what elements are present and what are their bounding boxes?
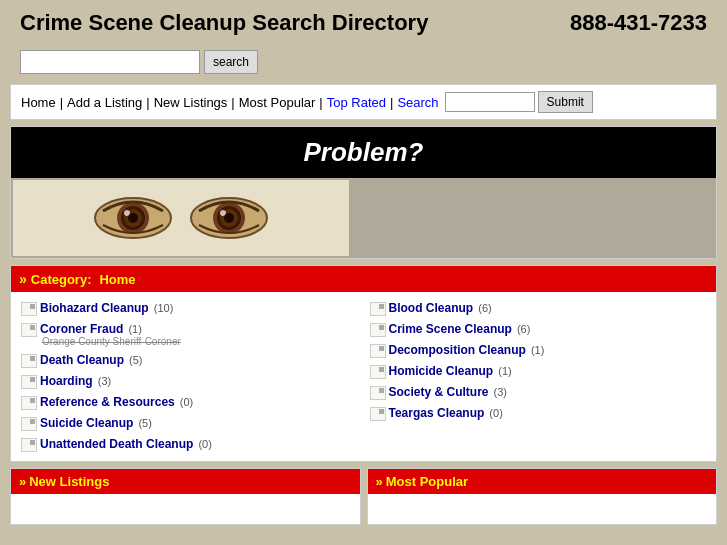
cat-item-hoarding-label: Hoarding (3)	[40, 374, 111, 388]
list-item: Blood Cleanup (6)	[364, 298, 713, 319]
category-header: » Category: Home	[11, 266, 716, 292]
category-body: Biohazard Cleanup (10) Coroner Fraud (1)…	[11, 292, 716, 461]
cat-item-blood: Blood Cleanup (6)	[389, 301, 492, 315]
new-listings-body	[11, 494, 360, 524]
cat-count-homicide: (1)	[495, 365, 512, 377]
cat-item-decomp: Decomposition Cleanup (1)	[389, 343, 545, 357]
doc-icon	[370, 365, 386, 379]
nav-submit-button[interactable]: Submit	[538, 91, 593, 113]
category-label: Category:	[31, 272, 92, 287]
doc-icon	[21, 438, 37, 452]
nav-search-link[interactable]: Search	[397, 95, 438, 110]
doc-icon	[370, 323, 386, 337]
cat-item-teargas: Teargas Cleanup (0)	[389, 406, 503, 420]
list-item: Crime Scene Cleanup (6)	[364, 319, 713, 340]
doc-icon	[370, 344, 386, 358]
doc-icon	[370, 386, 386, 400]
cat-count-society: (3)	[491, 386, 508, 398]
svg-point-5	[128, 213, 138, 223]
cat-link-unattended[interactable]: Unattended Death Cleanup	[40, 437, 193, 451]
cat-item-suicide-label: Suicide Cleanup (5)	[40, 416, 152, 430]
site-title: Crime Scene Cleanup Search Directory	[20, 10, 428, 36]
new-listings-label: New Listings	[29, 474, 109, 489]
list-item: Suicide Cleanup (5)	[15, 413, 364, 434]
cat-item-coroner: Coroner Fraud (1) Orange County Sheriff-…	[40, 322, 181, 347]
nav-sep-4: |	[319, 95, 322, 110]
list-item: Teargas Cleanup (0)	[364, 403, 713, 424]
list-item: Death Cleanup (5)	[15, 350, 364, 371]
category-right-col: Blood Cleanup (6) Crime Scene Cleanup (6…	[364, 298, 713, 455]
cat-link-blood[interactable]: Blood Cleanup	[389, 301, 474, 315]
bottom-row: » New Listings » Most Popular	[10, 468, 717, 525]
cat-item-teargas-label: Teargas Cleanup (0)	[389, 406, 503, 420]
cat-link-biohazard[interactable]: Biohazard Cleanup	[40, 301, 149, 315]
cat-count-reference: (0)	[177, 396, 194, 408]
cat-item-unattended: Unattended Death Cleanup (0)	[40, 437, 212, 451]
cat-item-death: Death Cleanup (5)	[40, 353, 143, 367]
cat-link-reference[interactable]: Reference & Resources	[40, 395, 175, 409]
nav-top-rated[interactable]: Top Rated	[327, 95, 386, 110]
nav-add-listing[interactable]: Add a Listing	[67, 95, 142, 110]
banner-problem: Problem?	[11, 127, 716, 178]
category-guillemets: »	[19, 271, 27, 287]
nav-bar: Home | Add a Listing | New Listings | Mo…	[10, 84, 717, 120]
doc-icon	[21, 302, 37, 316]
cat-count-suicide: (5)	[135, 417, 152, 429]
cat-link-death[interactable]: Death Cleanup	[40, 353, 124, 367]
banner-area: Problem?	[10, 126, 717, 259]
doc-icon	[21, 375, 37, 389]
cat-link-society[interactable]: Society & Culture	[389, 385, 489, 399]
cat-item-reference-label: Reference & Resources (0)	[40, 395, 193, 409]
list-item: Society & Culture (3)	[364, 382, 713, 403]
search-button[interactable]: search	[204, 50, 258, 74]
banner-image	[11, 178, 716, 258]
cat-sub-coroner: Orange County Sheriff-Coroner	[42, 336, 181, 347]
cat-item-biohazard: Biohazard Cleanup (10)	[40, 301, 173, 315]
category-home-link[interactable]: Home	[99, 272, 135, 287]
search-input[interactable]	[20, 50, 200, 74]
cat-item-crimescene: Crime Scene Cleanup (6)	[389, 322, 531, 336]
nav-sep-2: |	[146, 95, 149, 110]
list-item: Unattended Death Cleanup (0)	[15, 434, 364, 455]
cat-item-decomp-label: Decomposition Cleanup (1)	[389, 343, 545, 357]
new-listings-header: » New Listings	[11, 469, 360, 494]
cat-item-reference: Reference & Resources (0)	[40, 395, 193, 409]
cat-item-blood-label: Blood Cleanup (6)	[389, 301, 492, 315]
cat-link-suicide[interactable]: Suicide Cleanup	[40, 416, 133, 430]
nav-new-listings[interactable]: New Listings	[154, 95, 228, 110]
nav-sep-1: |	[60, 95, 63, 110]
list-item: Decomposition Cleanup (1)	[364, 340, 713, 361]
right-eye-icon	[189, 191, 269, 246]
doc-icon	[21, 354, 37, 368]
cat-count-unattended: (0)	[195, 438, 212, 450]
cat-item-society-label: Society & Culture (3)	[389, 385, 508, 399]
most-popular-body	[368, 494, 717, 524]
cat-item-homicide-label: Homicide Cleanup (1)	[389, 364, 512, 378]
new-listings-section: » New Listings	[10, 468, 361, 525]
cat-item-death-label: Death Cleanup (5)	[40, 353, 143, 367]
cat-link-teargas[interactable]: Teargas Cleanup	[389, 406, 485, 420]
cat-count-biohazard: (10)	[151, 302, 174, 314]
list-item: Reference & Resources (0)	[15, 392, 364, 413]
nav-sep-5: |	[390, 95, 393, 110]
nav-search-input[interactable]	[445, 92, 535, 112]
cat-count-coroner: (1)	[125, 323, 142, 335]
cat-link-decomp[interactable]: Decomposition Cleanup	[389, 343, 526, 357]
doc-icon	[21, 396, 37, 410]
cat-link-homicide[interactable]: Homicide Cleanup	[389, 364, 494, 378]
most-popular-header: » Most Popular	[368, 469, 717, 494]
cat-count-blood: (6)	[475, 302, 492, 314]
list-item: Biohazard Cleanup (10)	[15, 298, 364, 319]
doc-icon	[370, 302, 386, 316]
cat-link-hoarding[interactable]: Hoarding	[40, 374, 93, 388]
nav-home[interactable]: Home	[21, 95, 56, 110]
left-eye-icon	[93, 191, 173, 246]
category-left-col: Biohazard Cleanup (10) Coroner Fraud (1)…	[15, 298, 364, 455]
cat-item-coroner-label: Coroner Fraud (1)	[40, 322, 181, 336]
list-item: Homicide Cleanup (1)	[364, 361, 713, 382]
cat-link-crimescene[interactable]: Crime Scene Cleanup	[389, 322, 512, 336]
cat-link-coroner[interactable]: Coroner Fraud	[40, 322, 123, 336]
most-popular-section: » Most Popular	[367, 468, 718, 525]
nav-most-popular[interactable]: Most Popular	[239, 95, 316, 110]
eyes-section	[11, 178, 351, 258]
